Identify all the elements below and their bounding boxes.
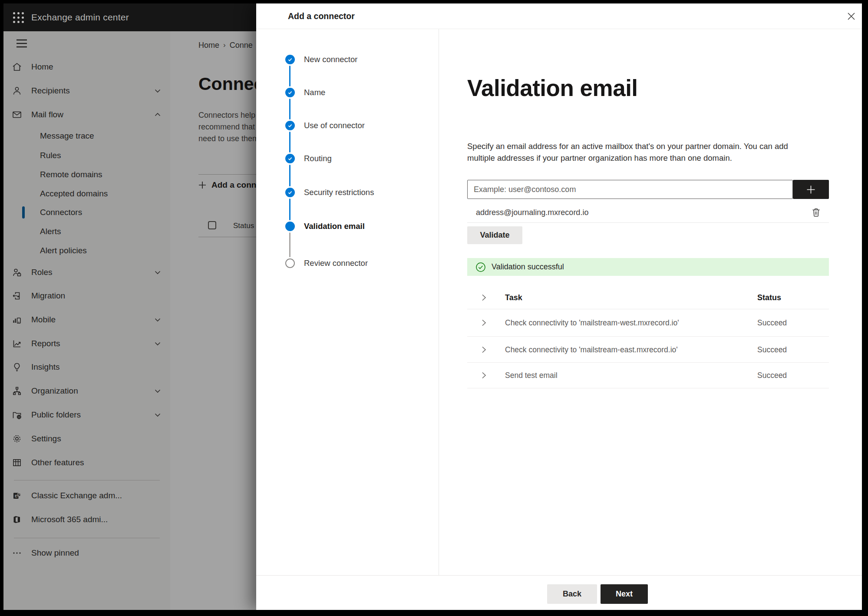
divider (256, 29, 862, 29)
app-launcher-button[interactable] (9, 8, 28, 27)
table-row: Check connectivity to 'mailstream-west.m… (467, 309, 829, 336)
close-icon (847, 12, 855, 20)
waffle-icon (13, 12, 24, 23)
task-cell: Check connectivity to 'mailstream-east.m… (505, 345, 678, 354)
next-button[interactable]: Next (601, 584, 648, 604)
step-complete-icon (285, 55, 295, 64)
wizard-step-security-restrictions[interactable]: Security restrictions (285, 187, 374, 198)
expand-all-chevron-icon[interactable] (480, 294, 488, 301)
wizard-step-name[interactable]: Name (285, 87, 325, 98)
delete-address-button[interactable] (808, 205, 824, 220)
divider (439, 29, 439, 575)
back-button[interactable]: Back (547, 584, 597, 604)
wizard-step-use-of-connector[interactable]: Use of connector (285, 120, 365, 131)
modal-overlay (3, 31, 256, 610)
success-check-icon (475, 262, 486, 272)
wizard-step-new-connector[interactable]: New connector (285, 54, 357, 65)
step-complete-icon (285, 188, 295, 197)
step-connector-line (289, 232, 290, 257)
expand-row-chevron-icon[interactable] (480, 319, 488, 327)
trash-icon (812, 208, 821, 217)
success-message: Validation successful (492, 262, 564, 272)
add-connector-dialog: Add a connector New connector Name Use o… (256, 3, 862, 610)
table-row: Send test email Succeed (467, 363, 829, 388)
app-title: Exchange admin center (31, 3, 129, 31)
panel-heading: Validation email (467, 75, 638, 101)
wizard-step-review-connector[interactable]: Review connector (285, 258, 368, 268)
task-column-header: Task (505, 293, 522, 302)
expand-row-chevron-icon[interactable] (480, 371, 488, 379)
wizard-step-routing[interactable]: Routing (285, 153, 332, 164)
status-cell: Succeed (757, 318, 787, 328)
status-cell: Succeed (757, 371, 787, 380)
divider (256, 575, 862, 576)
added-address: address@journaling.mxrecord.io (476, 208, 588, 217)
email-input[interactable] (467, 180, 793, 199)
plus-icon (805, 184, 816, 195)
status-cell: Succeed (757, 345, 787, 354)
email-input-row (467, 180, 829, 199)
step-connector-line (289, 132, 290, 152)
step-connector-line (289, 99, 290, 119)
step-connector-line (289, 165, 290, 186)
close-button[interactable] (841, 6, 861, 26)
divider (467, 388, 829, 388)
add-email-button[interactable] (793, 180, 829, 199)
step-connector-line (289, 199, 290, 220)
validation-success-banner: Validation successful (467, 258, 829, 276)
wizard-step-validation-email[interactable]: Validation email (285, 221, 365, 232)
step-complete-icon (285, 88, 295, 97)
table-row: Check connectivity to 'mailstream-east.m… (467, 337, 829, 362)
step-complete-icon (285, 121, 295, 130)
step-pending-icon (285, 258, 295, 268)
expand-row-chevron-icon[interactable] (480, 346, 488, 354)
table-header-row: Task Status (467, 286, 829, 309)
step-current-icon (285, 222, 295, 231)
divider (467, 222, 829, 223)
dialog-title: Add a connector (288, 3, 355, 29)
panel-description: Specify an email address for an active m… (467, 141, 817, 164)
task-cell: Check connectivity to 'mailstream-west.m… (505, 318, 679, 328)
task-cell: Send test email (505, 371, 558, 380)
step-complete-icon (285, 154, 295, 163)
step-connector-line (289, 66, 290, 86)
screen: Exchange admin center Home Recipients Ma… (3, 3, 862, 610)
added-address-row: address@journaling.mxrecord.io (467, 203, 829, 222)
validate-button[interactable]: Validate (467, 226, 522, 244)
status-column-header: Status (757, 293, 781, 302)
